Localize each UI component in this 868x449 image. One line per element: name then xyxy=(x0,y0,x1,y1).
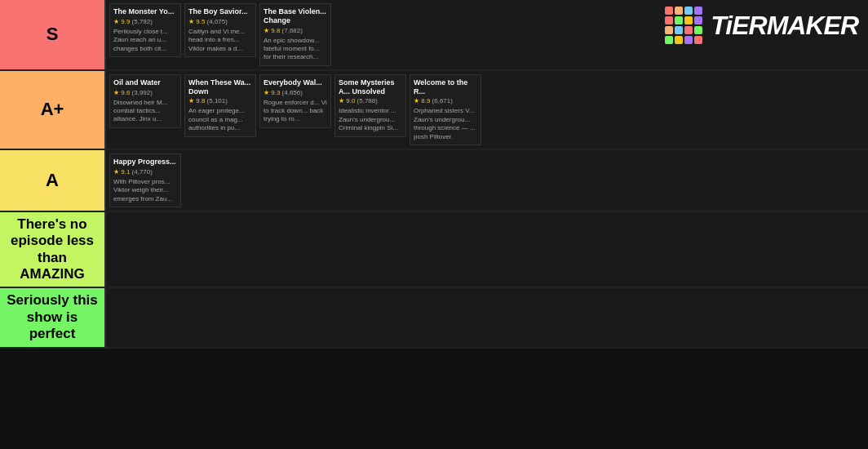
card-title: Welcome to the R... xyxy=(414,78,477,96)
card-desc: Rogue enforcer d... Vi to track down... … xyxy=(264,99,327,124)
logo-cell-3 xyxy=(694,7,702,15)
tier-content-perfect xyxy=(106,288,868,346)
tier-label-amazing: There's no episode less than AMAZING xyxy=(0,212,106,287)
card-A+-1[interactable]: When These Wa... Down★ 9.8 (5,101)An eag… xyxy=(184,74,256,137)
card-desc: Perilously close t... Zaun reach an u...… xyxy=(113,28,177,53)
card-rating: ★ 9.5 (4,075) xyxy=(188,18,252,25)
tier-row-perfect: Seriously this show is perfect xyxy=(0,288,868,348)
logo-cell-1 xyxy=(675,7,683,15)
card-rating: ★ 9.0 (5,788) xyxy=(339,97,402,104)
logo-cell-10 xyxy=(684,26,693,34)
logo-cell-0 xyxy=(665,7,673,15)
card-rating: ★ 9.3 (4,656) xyxy=(264,89,327,96)
tier-label-A: A xyxy=(0,150,106,211)
tier-table: SThe Monster Yo...★ 9.9 (5,792)Perilousl… xyxy=(0,0,868,349)
card-rating: ★ 9.9 (5,792) xyxy=(113,18,177,25)
tier-content-amazing xyxy=(106,212,868,287)
tier-content-A: Happy Progress...★ 9.1 (4,770)With Pilto… xyxy=(106,150,868,211)
card-S-0[interactable]: The Monster Yo...★ 9.9 (5,792)Perilously… xyxy=(109,3,181,57)
logo-cell-4 xyxy=(665,16,673,24)
logo-cell-11 xyxy=(694,26,702,34)
logo-cell-15 xyxy=(694,36,702,44)
card-desc: Caitlyn and Vi me... head into a fren...… xyxy=(188,28,252,53)
logo-cell-13 xyxy=(675,36,683,44)
card-rating: ★ 8.9 (6,671) xyxy=(414,97,477,104)
card-desc: Idealistic inventor ... Zaun's undergrou… xyxy=(339,107,402,132)
logo-text: TiERMAKER xyxy=(711,11,858,41)
logo-cell-5 xyxy=(675,16,683,24)
logo-cell-14 xyxy=(684,36,693,44)
card-A+-2[interactable]: Everybody Wal...★ 9.3 (4,656)Rogue enfor… xyxy=(259,74,331,128)
card-desc: An epic showdow... fateful moment fo... … xyxy=(264,37,327,62)
card-title: When These Wa... Down xyxy=(188,78,252,96)
tier-row-A+: A+Oil and Water★ 9.6 (3,992)Disowned hei… xyxy=(0,71,868,150)
card-title: Everybody Wal... xyxy=(264,78,327,87)
logo-cell-12 xyxy=(665,36,673,44)
card-rating: ★ 9.8 (5,101) xyxy=(188,97,252,104)
logo-grid xyxy=(665,7,702,44)
card-title: Some Mysteries A... Unsolved xyxy=(339,78,402,96)
card-title: The Monster Yo... xyxy=(113,7,177,16)
card-desc: Orphaned sisters V... Zaun's undergrou..… xyxy=(414,107,477,141)
card-A-0[interactable]: Happy Progress...★ 9.1 (4,770)With Pilto… xyxy=(109,153,181,207)
card-S-2[interactable]: The Base Violen... Change★ 9.8 (7,682)An… xyxy=(259,3,331,66)
card-title: The Base Violen... Change xyxy=(264,7,327,25)
tier-label-perfect: Seriously this show is perfect xyxy=(0,288,106,346)
tier-row-A: AHappy Progress...★ 9.1 (4,770)With Pilt… xyxy=(0,150,868,212)
card-A+-3[interactable]: Some Mysteries A... Unsolved★ 9.0 (5,788… xyxy=(334,74,406,137)
card-rating: ★ 9.1 (4,770) xyxy=(113,168,177,176)
card-A+-4[interactable]: Welcome to the R...★ 8.9 (6,671)Orphaned… xyxy=(410,74,481,145)
tier-label-A+: A+ xyxy=(0,71,106,149)
logo-cell-6 xyxy=(684,16,693,24)
logo-cell-8 xyxy=(665,26,673,34)
card-desc: An eager protege... council as a mag... … xyxy=(188,107,252,132)
logo-area: TiERMAKER xyxy=(665,7,858,44)
tier-content-A+: Oil and Water★ 9.6 (3,992)Disowned heir … xyxy=(106,71,868,149)
card-A+-0[interactable]: Oil and Water★ 9.6 (3,992)Disowned heir … xyxy=(109,74,181,128)
card-desc: With Piltover pros... Viktor weigh their… xyxy=(113,178,177,203)
card-title: Oil and Water xyxy=(113,78,177,87)
tier-label-S: S xyxy=(0,0,106,69)
card-rating: ★ 9.8 (7,682) xyxy=(264,27,327,34)
logo-cell-9 xyxy=(675,26,683,34)
logo-cell-2 xyxy=(684,7,693,15)
card-title: Happy Progress... xyxy=(113,158,177,167)
card-desc: Disowned heir M... combat tactics... all… xyxy=(113,99,177,124)
card-title: The Boy Savior... xyxy=(188,7,252,16)
tier-row-amazing: There's no episode less than AMAZING xyxy=(0,212,868,289)
logo-cell-7 xyxy=(694,16,702,24)
card-S-1[interactable]: The Boy Savior...★ 9.5 (4,075)Caitlyn an… xyxy=(184,3,256,57)
card-rating: ★ 9.6 (3,992) xyxy=(113,89,177,96)
